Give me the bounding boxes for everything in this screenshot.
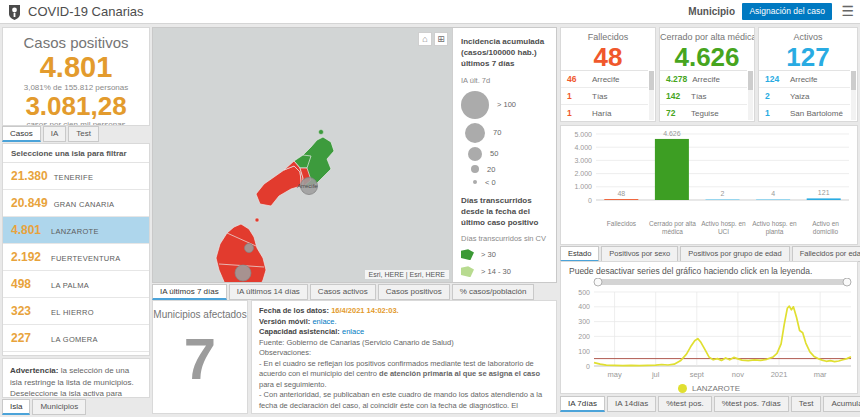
island-row-lanzarote[interactable]: 4.801 LANZAROTE [3, 217, 149, 244]
island-value: 323 [11, 304, 45, 318]
map-home-icon[interactable]: ⌂ [418, 32, 432, 46]
map-tabs: IA últimos 7 días IA últimos 14 días Cas… [152, 284, 534, 300]
tab-estado[interactable]: Estado [560, 246, 599, 262]
row-name: Yaiza [790, 92, 809, 101]
row-value: 1 [765, 108, 785, 118]
size-label: > 100 [497, 100, 516, 109]
tab-ia[interactable]: IA [43, 126, 67, 142]
info-paragraph-1: - En el cuadro se reflejan los positivos… [259, 359, 549, 391]
size-label: 50 [490, 149, 498, 158]
tab-fallecidos-edad-sexo[interactable]: Fallecidos por edad y sexo [792, 246, 860, 262]
info-capacidad-line: Capacidad asistencial: enlace [259, 327, 549, 338]
island-name: TENERIFE [54, 173, 94, 182]
row-name: Arrecife [790, 75, 818, 84]
legend-size-row: > 100 [461, 91, 548, 119]
card-list: 4.278Arrecife 142Tías 72Teguise 58Yaiza [660, 70, 747, 121]
legend-size-row: 50 [461, 147, 548, 161]
fuerteventura-circle-2 [235, 265, 251, 281]
map-legend: Incidencia acumulada (casos/100000 hab.)… [452, 28, 556, 282]
row-value: 2 [765, 91, 785, 101]
lanzarote-series-line [594, 306, 851, 366]
tab-ia7[interactable]: IA 7días [560, 396, 605, 412]
scrollbar[interactable] [748, 71, 753, 120]
island-list-panel: Seleccione una isla para filtrar 21.380 … [2, 143, 150, 356]
tab-acumulado[interactable]: Acumulado [823, 396, 860, 412]
tab-ia-14dias[interactable]: IA últimos 14 días [229, 284, 308, 300]
tab-test[interactable]: Test [791, 396, 822, 412]
card-row: 124Arrecife [759, 71, 850, 88]
tab-isla[interactable]: Isla [2, 399, 30, 415]
island-row-tenerife[interactable]: 21.380 TENERIFE [3, 163, 149, 190]
map-extent-icon[interactable]: ⊞ [434, 32, 448, 46]
category-label: Cerrado por alta médica [647, 220, 698, 236]
svg-text:4: 4 [771, 190, 775, 197]
swatch-label: > 30 [481, 250, 496, 259]
island-row-el-hierro[interactable]: 323 EL HIERRO [3, 298, 149, 325]
scrollbar-thumb[interactable] [649, 71, 654, 90]
tab-municipios[interactable]: Municipios [32, 399, 86, 415]
size-label: 20 [487, 165, 495, 174]
row-name: Arrecife [592, 75, 620, 84]
info-fuente-line: Fuente: Gobierno de Canarias (Servicio C… [259, 338, 549, 349]
timeline-line-chart[interactable]: 0100200300400500mayjulseptnov2021mar [561, 278, 857, 382]
tab-casos-activos[interactable]: Casos activos [310, 284, 376, 300]
scrollbar-thumb[interactable] [748, 71, 753, 90]
bar-1 [655, 139, 689, 200]
scrollbar[interactable] [851, 71, 856, 120]
island-row-la-palma[interactable]: 498 LA PALMA [3, 271, 149, 298]
svg-text:4.626: 4.626 [663, 130, 681, 137]
timeline-legend[interactable]: LANZAROTE [561, 384, 857, 393]
island-name: LANZAROTE [51, 227, 99, 236]
dashboard: COVID-19 Canarias Municipio Asignación d… [0, 0, 860, 417]
positives-total: 4.801 [3, 51, 149, 83]
island-row-la-gomera[interactable]: 227 LA GOMERA [3, 325, 149, 352]
version-link[interactable]: enlace. [312, 317, 336, 326]
map-panel[interactable]: Arrecife ⌂ ⊞ Esri, HERE | Esri, HERE Inc… [152, 27, 557, 283]
category-label: Activo en domicilio [800, 220, 851, 236]
tab-pct-casos[interactable]: % casos/población [452, 284, 535, 300]
svg-text:100: 100 [578, 348, 590, 355]
svg-text:0: 0 [588, 197, 592, 204]
lanzarote-legend-label: LANZAROTE [692, 384, 740, 393]
estado-tabs: Estado Positivos por sexo Positivos por … [560, 246, 860, 262]
card-title: Activos [759, 32, 857, 42]
card-title: Fallecidos [561, 32, 655, 42]
card-row: 1Haría [561, 105, 648, 122]
scrollbar[interactable] [649, 71, 654, 120]
card-row: 72Teguise [660, 105, 747, 122]
tab-casos[interactable]: Casos [2, 126, 41, 142]
tab-ia14[interactable]: IA 14días [607, 396, 656, 412]
size-circle-50 [468, 147, 482, 161]
card-row: 1San Bartolomé [759, 105, 850, 122]
island-row-fuerteventura[interactable]: 2.192 FUERTEVENTURA [3, 244, 149, 271]
svg-text:4.000: 4.000 [574, 144, 592, 151]
capacidad-link[interactable]: enlace [342, 327, 364, 336]
svg-text:121: 121 [818, 189, 830, 196]
tab-positivos-sexo[interactable]: Positivos por sexo [601, 246, 678, 262]
size-label: 70 [493, 128, 501, 137]
scrollbar-thumb[interactable] [851, 71, 856, 90]
tab-positivos-edad[interactable]: Positivos por grupo de edad [680, 246, 789, 262]
svg-text:2021: 2021 [771, 370, 788, 379]
tab-test-pos[interactable]: %test pos. [658, 396, 711, 412]
arrecife-label: Arrecife [297, 183, 318, 189]
card-value: 48 [561, 42, 655, 72]
estado-bar-chart[interactable]: 01.0002.0003.0004.0005.000484.62624121 [561, 126, 857, 216]
tab-ia-7dias[interactable]: IA últimos 7 días [152, 284, 227, 300]
fecha-label: Fecha de los datos: [259, 306, 329, 315]
tab-test[interactable]: Test [68, 126, 99, 142]
island-value: 227 [11, 331, 45, 345]
svg-text:500: 500 [578, 289, 590, 296]
island-list-header: Seleccione una isla para filtrar [3, 144, 149, 163]
tab-test-pos-7[interactable]: %test pos. 7días [714, 396, 789, 412]
hamburger-menu-icon[interactable]: ☰ [841, 3, 854, 19]
bar-4 [807, 198, 841, 200]
island-name: GRAN CANARIA [54, 200, 115, 209]
legend-days-title: Días transcurridos desde la fecha del úl… [461, 195, 548, 229]
tab-casos-positivos[interactable]: Casos positivos [378, 284, 450, 300]
category-label: Activo hosp. en UCI [698, 220, 749, 236]
card-value: 127 [759, 42, 857, 72]
assign-case-button[interactable]: Asignación del caso [742, 3, 832, 20]
card-cerrados: Cerrado por alta médica 4.626 4.278Arrec… [659, 27, 755, 122]
island-row-gran-canaria[interactable]: 20.849 GRAN CANARIA [3, 190, 149, 217]
